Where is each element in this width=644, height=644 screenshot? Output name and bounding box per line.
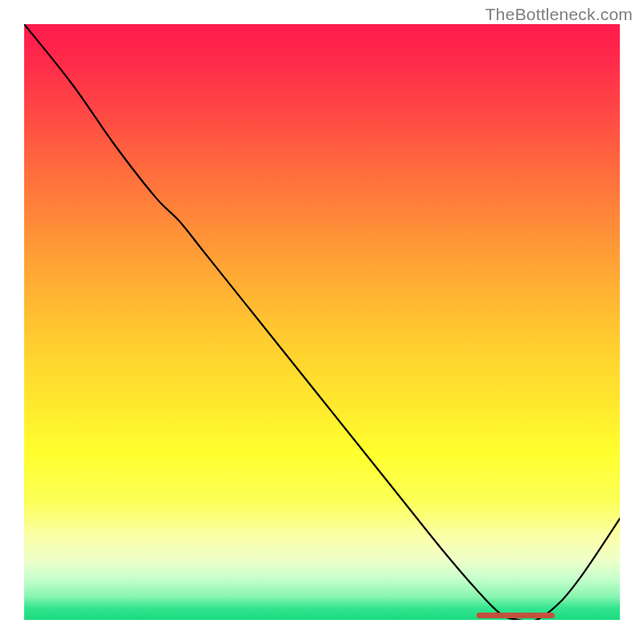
- plot-area: [24, 24, 620, 620]
- curve-svg: [24, 24, 620, 620]
- watermark-text: TheBottleneck.com: [485, 5, 633, 24]
- bottleneck-curve-line: [24, 24, 620, 620]
- optimal-range-marker: [477, 613, 554, 619]
- bottleneck-chart: TheBottleneck.com: [0, 0, 644, 644]
